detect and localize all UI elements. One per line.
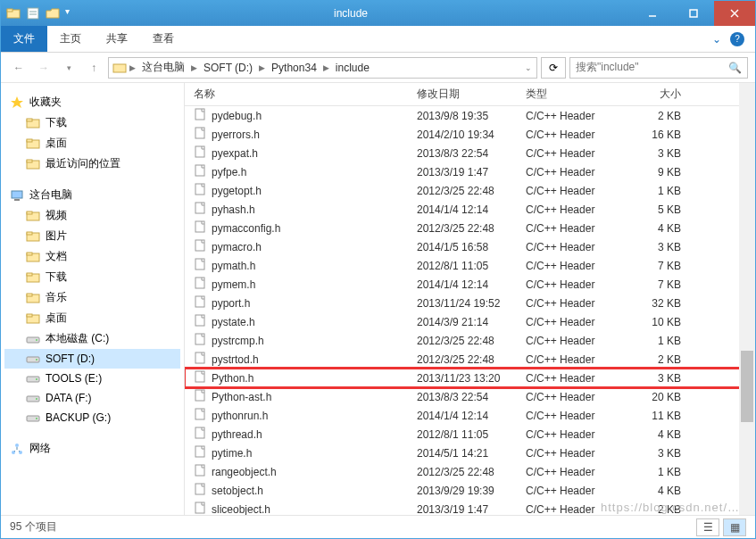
sidebar-item[interactable]: SOFT (D:) [4, 349, 180, 369]
view-details-button[interactable]: ☰ [696, 518, 719, 536]
sidebar-item[interactable]: DATA (F:) [4, 388, 180, 408]
maximize-button[interactable] [673, 1, 714, 26]
col-name[interactable]: 名称 [185, 87, 417, 102]
file-icon [194, 483, 206, 498]
file-icon [194, 202, 206, 217]
view-icons-button[interactable]: ▦ [723, 518, 746, 536]
file-row[interactable]: setobject.h 2013/9/29 19:39 C/C++ Header… [185, 481, 755, 500]
svg-rect-27 [27, 294, 32, 296]
col-size[interactable]: 大小 [626, 87, 697, 102]
svg-rect-46 [195, 165, 204, 176]
help-icon[interactable]: ? [730, 32, 744, 46]
file-type: C/C++ Header [526, 466, 626, 478]
sidebar-item[interactable]: 文档 [4, 246, 180, 267]
sidebar-item[interactable]: 视频 [4, 205, 180, 226]
file-date: 2012/8/1 11:05 [417, 428, 526, 441]
file-list-pane: 名称 修改日期 类型 大小 pydebug.h 2013/9/8 19:35 C… [185, 83, 755, 515]
col-type[interactable]: 类型 [526, 87, 626, 102]
file-type: C/C++ Header [526, 316, 626, 328]
ribbon: 文件 主页 共享 查看 ⌄ ? [1, 26, 755, 53]
breadcrumb[interactable]: Python34 [268, 60, 320, 76]
file-type: C/C++ Header [526, 260, 626, 272]
svg-rect-23 [27, 253, 32, 255]
svg-rect-1 [7, 9, 12, 12]
file-date: 2012/3/25 22:48 [417, 353, 526, 366]
sidebar-item[interactable]: 音乐 [4, 287, 180, 308]
breadcrumb[interactable]: 这台电脑 [138, 58, 188, 77]
sidebar-favorites-header[interactable]: 收藏夹 [4, 92, 180, 112]
file-row[interactable]: Python-ast.h 2013/8/3 22:54 C/C++ Header… [185, 387, 755, 406]
open-folder-icon[interactable] [46, 6, 60, 21]
address-dropdown-icon[interactable]: ⌄ [524, 63, 533, 72]
tab-share[interactable]: 共享 [94, 26, 140, 52]
file-row[interactable]: pyexpat.h 2013/8/3 22:54 C/C++ Header 3 … [185, 144, 755, 162]
file-row[interactable]: pyfpe.h 2013/3/19 1:47 C/C++ Header 9 KB [185, 162, 755, 181]
sidebar-item[interactable]: 桌面 [4, 308, 180, 328]
close-button[interactable] [714, 1, 755, 26]
file-row[interactable]: pyerrors.h 2014/2/10 19:34 C/C++ Header … [185, 125, 755, 144]
col-date[interactable]: 修改日期 [417, 87, 526, 102]
file-row[interactable]: pymem.h 2014/1/4 12:14 C/C++ Header 7 KB [185, 275, 755, 294]
file-size: 1 KB [626, 185, 697, 197]
file-row[interactable]: pymath.h 2012/8/1 11:05 C/C++ Header 7 K… [185, 256, 755, 275]
file-date: 2014/1/4 12:14 [417, 410, 526, 422]
tab-home[interactable]: 主页 [47, 26, 94, 52]
address-bar[interactable]: ▶ 这台电脑▶ SOFT (D:)▶ Python34▶ include ⌄ [108, 57, 537, 79]
tab-file[interactable]: 文件 [1, 26, 47, 52]
titlebar[interactable]: ▾ include [1, 1, 755, 26]
file-row[interactable]: rangeobject.h 2012/3/25 22:48 C/C++ Head… [185, 462, 755, 481]
file-row[interactable]: pymacconfig.h 2012/3/25 22:48 C/C++ Head… [185, 219, 755, 237]
sidebar-item[interactable]: TOOLS (E:) [4, 369, 180, 388]
file-name: pytime.h [212, 447, 252, 460]
expand-ribbon-icon[interactable]: ⌄ [712, 33, 721, 46]
breadcrumb[interactable]: include [332, 60, 373, 76]
nav-forward-button[interactable]: → [33, 57, 54, 79]
breadcrumb[interactable]: SOFT (D:) [200, 60, 256, 76]
file-rows: pydebug.h 2013/9/8 19:35 C/C++ Header 2 … [185, 106, 755, 515]
scrollbar-thumb[interactable] [741, 351, 753, 422]
sidebar-item[interactable]: 桌面 [4, 133, 180, 153]
file-row[interactable]: pymacro.h 2014/1/5 16:58 C/C++ Header 3 … [185, 237, 755, 256]
file-type: C/C++ Header [526, 185, 626, 197]
file-row[interactable]: pyport.h 2013/11/24 19:52 C/C++ Header 3… [185, 294, 755, 312]
svg-rect-59 [195, 409, 204, 419]
file-row[interactable]: pythonrun.h 2014/1/4 12:14 C/C++ Header … [185, 406, 755, 425]
file-row[interactable]: pygetopt.h 2012/3/25 22:48 C/C++ Header … [185, 181, 755, 200]
nav-recent-button[interactable]: ▾ [58, 57, 79, 79]
sidebar-item[interactable]: 最近访问的位置 [4, 153, 180, 174]
file-date: 2014/3/9 21:14 [417, 316, 526, 328]
svg-rect-56 [195, 352, 204, 363]
refresh-button[interactable]: ⟳ [541, 57, 566, 79]
search-input[interactable]: 搜索"include" 🔍 [569, 57, 748, 79]
svg-rect-44 [195, 128, 204, 138]
minimize-button[interactable] [632, 1, 673, 26]
sidebar-item[interactable]: 图片 [4, 226, 180, 246]
file-row[interactable]: pythread.h 2012/8/1 11:05 C/C++ Header 4… [185, 425, 755, 444]
file-icon [194, 127, 206, 142]
sidebar-item[interactable]: 本地磁盘 (C:) [4, 328, 180, 349]
tab-view[interactable]: 查看 [140, 26, 187, 52]
file-name: pymacro.h [212, 241, 262, 253]
file-name: pyport.h [212, 297, 250, 310]
file-row[interactable]: pystrtod.h 2012/3/25 22:48 C/C++ Header … [185, 350, 755, 369]
file-row[interactable]: pystate.h 2014/3/9 21:14 C/C++ Header 10… [185, 312, 755, 331]
nav-up-button[interactable]: ↑ [83, 57, 104, 79]
file-size: 20 KB [626, 391, 697, 403]
search-placeholder: 搜索"include" [576, 60, 728, 75]
properties-icon[interactable] [26, 6, 40, 21]
sidebar-thispc-header[interactable]: 这台电脑 [4, 185, 180, 205]
file-row[interactable]: pydebug.h 2013/9/8 19:35 C/C++ Header 2 … [185, 106, 755, 125]
scrollbar[interactable] [739, 83, 755, 515]
sidebar-item[interactable]: BACKUP (G:) [4, 408, 180, 427]
file-row[interactable]: pyhash.h 2014/1/4 12:14 C/C++ Header 5 K… [185, 200, 755, 219]
file-row[interactable]: pystrcmp.h 2012/3/25 22:48 C/C++ Header … [185, 331, 755, 350]
svg-rect-21 [27, 232, 32, 235]
sidebar-network-header[interactable]: 网络 [4, 438, 180, 459]
nav-back-button[interactable]: ← [8, 57, 29, 79]
sidebar-item[interactable]: 下载 [4, 112, 180, 133]
file-row[interactable]: pytime.h 2014/5/1 14:21 C/C++ Header 3 K… [185, 444, 755, 462]
sidebar-item[interactable]: 下载 [4, 267, 180, 287]
file-row[interactable]: Python.h 2013/11/23 13:20 C/C++ Header 3… [185, 369, 755, 387]
svg-rect-17 [14, 199, 20, 201]
file-type: C/C++ Header [526, 166, 626, 178]
